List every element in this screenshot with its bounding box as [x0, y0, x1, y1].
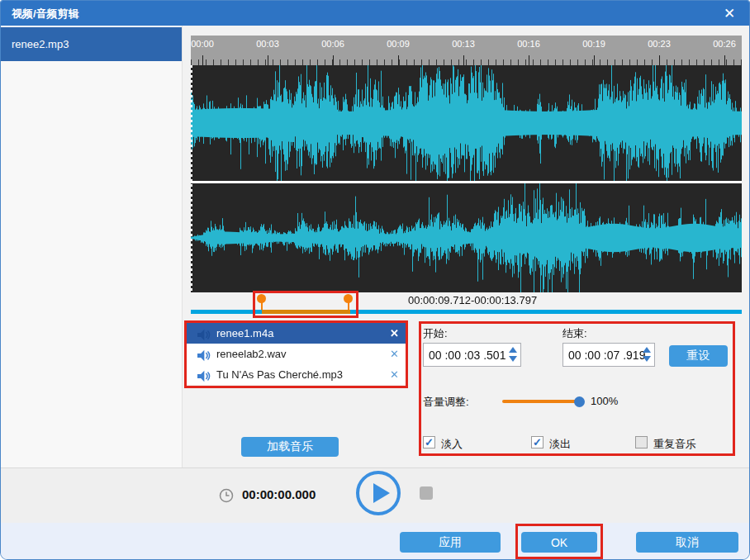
sidebar-item-renee2[interactable]: renee2.mp3 [1, 27, 182, 61]
file-sidebar: renee2.mp3 [1, 26, 183, 467]
start-time-value: 00 :00 :03 .501 [429, 349, 506, 362]
start-label: 开始: [423, 326, 448, 341]
volume-label: 音量调整: [423, 395, 469, 410]
list-item[interactable]: reneelab2.wav ✕ [187, 344, 406, 364]
sidebar-item-label: renee2.mp3 [12, 38, 69, 50]
audio-trim-dialog: 视频/音频剪辑 ✕ renee2.mp3 00:0000:0300:0600:0… [0, 0, 750, 560]
ruler-time-label: 00:06 [321, 39, 344, 49]
dialog-title: 视频/音频剪辑 [12, 7, 79, 21]
list-item[interactable]: renee1.m4a ✕ [187, 323, 406, 344]
end-label: 结束: [562, 326, 587, 341]
music-list: renee1.m4a ✕ reneelab2.wav ✕ Tu N'As Pas… [187, 323, 406, 385]
trim-start-stem [261, 302, 263, 310]
ruler-major-tick [268, 55, 268, 65]
ruler-major-tick [202, 55, 203, 65]
speaker-icon [197, 370, 211, 382]
start-time-spinbox[interactable]: 00 :00 :03 .501 [423, 343, 521, 367]
remove-track-icon[interactable]: ✕ [390, 344, 399, 364]
ruler-time-label: 00:23 [648, 39, 671, 49]
remove-track-icon[interactable]: ✕ [390, 323, 399, 344]
ruler-major-tick [594, 55, 595, 65]
ruler-time-label: 00:00 [191, 39, 214, 49]
trim-end-handle[interactable] [344, 294, 353, 303]
waveform-panel[interactable]: 00:0000:0300:0600:0900:1300:1600:1900:23… [191, 36, 742, 292]
title-bar: 视频/音频剪辑 ✕ [1, 1, 749, 26]
start-spinner-arrows[interactable] [509, 347, 517, 362]
repeat-music-checkbox[interactable] [635, 436, 648, 448]
ruler-major-tick [333, 55, 334, 65]
reset-button[interactable]: 重设 [669, 345, 728, 367]
fade-out-checkbox[interactable] [531, 436, 544, 448]
load-music-button[interactable]: 加载音乐 [241, 437, 339, 457]
spin-down-icon[interactable] [509, 356, 517, 362]
waveform-channel-2[interactable] [191, 183, 742, 292]
stop-button[interactable] [420, 486, 433, 500]
ruler-time-label: 00:13 [452, 39, 475, 49]
cancel-button[interactable]: 取消 [636, 532, 738, 553]
fade-in-checkbox[interactable] [423, 436, 435, 448]
fade-in-label[interactable]: 淡入 [441, 437, 463, 452]
repeat-music-label[interactable]: 重复音乐 [653, 437, 696, 452]
trim-range-segment [262, 310, 350, 314]
close-icon[interactable]: ✕ [719, 4, 739, 24]
volume-percent: 100% [591, 395, 618, 407]
selection-edge-marker [191, 65, 192, 292]
ruler-time-label: 00:26 [713, 39, 736, 49]
waveform-channel-1[interactable] [191, 65, 742, 181]
apply-button[interactable]: 应用 [400, 532, 501, 553]
play-icon [373, 483, 390, 503]
speaker-icon [197, 329, 211, 341]
elapsed-time: 00:00:00.000 [242, 487, 316, 501]
spin-up-icon[interactable] [643, 347, 651, 353]
ruler-time-label: 00:03 [256, 39, 279, 49]
ruler-time-label: 00:16 [517, 39, 540, 49]
selection-range-text: 00:00:09.712-00:00:13.797 [408, 294, 537, 306]
fade-out-label[interactable]: 淡出 [549, 437, 571, 452]
ruler-major-tick [529, 55, 529, 65]
track-name: Tu N'As Pas Cherché.mp3 [216, 364, 343, 385]
volume-slider-thumb[interactable] [574, 396, 585, 407]
play-button[interactable] [355, 470, 401, 516]
ruler-major-tick [463, 55, 464, 65]
end-spinner-arrows[interactable] [643, 347, 651, 362]
track-name: renee1.m4a [216, 323, 273, 344]
ruler-major-tick [398, 55, 399, 65]
trim-start-handle[interactable] [257, 294, 266, 303]
ruler-time-label: 00:19 [582, 39, 605, 49]
volume-slider-track[interactable] [502, 400, 580, 403]
spin-up-icon[interactable] [509, 347, 517, 353]
ruler-major-tick [659, 55, 660, 65]
list-item[interactable]: Tu N'As Pas Cherché.mp3 ✕ [187, 364, 406, 385]
end-time-spinbox[interactable]: 00 :00 :07 .919 [562, 343, 655, 367]
track-name: reneelab2.wav [216, 344, 287, 364]
ruler-time-label: 00:09 [387, 39, 410, 49]
clock-icon [219, 488, 234, 503]
end-time-value: 00 :00 :07 .919 [568, 349, 645, 362]
spin-down-icon[interactable] [643, 356, 651, 362]
speaker-icon [197, 349, 211, 362]
trim-end-stem [348, 302, 349, 310]
ok-button[interactable]: OK [521, 532, 597, 553]
ruler-major-tick [724, 55, 725, 65]
time-ruler: 00:0000:0300:0600:0900:1300:1600:1900:23… [191, 36, 742, 65]
remove-track-icon[interactable]: ✕ [390, 364, 399, 385]
